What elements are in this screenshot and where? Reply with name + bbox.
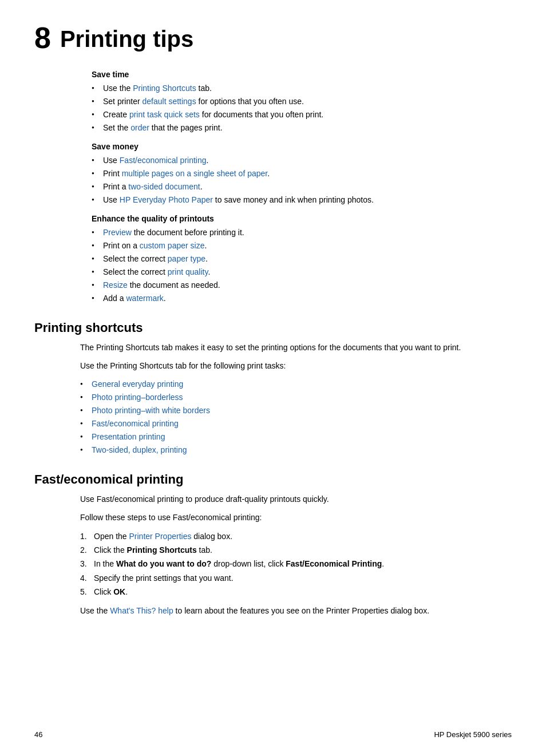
footer: 46 HP Deskjet 5900 series [34, 730, 512, 739]
printing-shortcuts-heading: Printing shortcuts [34, 320, 512, 335]
ok-bold: OK [113, 587, 125, 596]
enhance-quality-section: Enhance the quality of printouts Preview… [92, 214, 512, 304]
list-item: Preview the document before printing it. [92, 227, 512, 239]
custom-paper-size-link[interactable]: custom paper size [140, 241, 205, 250]
printing-shortcuts-bold: Printing Shortcuts [127, 545, 197, 555]
multiple-pages-link[interactable]: multiple pages on a single sheet of pape… [122, 169, 268, 178]
fast-economical-steps: Open the Printer Properties dialog box. … [80, 530, 512, 599]
list-item: Specify the print settings that you want… [80, 572, 512, 584]
two-sided-duplex-link[interactable]: Two-sided, duplex, printing [92, 445, 187, 454]
list-item: Click OK. [80, 585, 512, 598]
list-item: Open the Printer Properties dialog box. [80, 530, 512, 543]
preview-link[interactable]: Preview [103, 228, 132, 237]
save-time-list: Use the Printing Shortcuts tab. Set prin… [92, 82, 512, 134]
photo-printing-white-borders-link[interactable]: Photo printing–with white borders [92, 406, 210, 415]
two-sided-document-link[interactable]: two-sided document [128, 182, 200, 191]
list-item: Print on a custom paper size. [92, 240, 512, 252]
list-item: Use Fast/economical printing. [92, 155, 512, 167]
list-item: In the What do you want to do? drop-down… [80, 557, 512, 570]
product-name: HP Deskjet 5900 series [434, 730, 512, 739]
list-item: Two-sided, duplex, printing [80, 444, 512, 456]
fast-economical-para3: Use the What's This? help to learn about… [80, 604, 512, 617]
fast-economical-heading: Fast/economical printing [34, 472, 512, 487]
fast-economical-content: Use Fast/economical printing to produce … [80, 493, 512, 617]
list-item: Set printer default settings for options… [92, 96, 512, 108]
general-everyday-printing-link[interactable]: General everyday printing [92, 379, 183, 389]
order-link[interactable]: order [130, 123, 149, 132]
fast-economical-printing-link[interactable]: Fast/economical printing [92, 419, 179, 428]
save-time-heading: Save time [92, 70, 512, 79]
resize-link[interactable]: Resize [103, 280, 128, 290]
hp-everyday-photo-paper-link[interactable]: HP Everyday Photo Paper [120, 195, 213, 204]
printing-shortcuts-list: General everyday printing Photo printing… [80, 378, 512, 456]
list-item: Create print task quick sets for documen… [92, 109, 512, 121]
list-item: Select the correct print quality. [92, 266, 512, 278]
printer-properties-link[interactable]: Printer Properties [129, 532, 192, 541]
save-money-list: Use Fast/economical printing. Print mult… [92, 155, 512, 206]
list-item: Photo printing–borderless [80, 391, 512, 403]
presentation-printing-link[interactable]: Presentation printing [92, 432, 165, 441]
list-item: Use the Printing Shortcuts tab. [92, 82, 512, 94]
printing-shortcuts-link[interactable]: Printing Shortcuts [133, 84, 196, 93]
whats-this-help-link[interactable]: What's This? help [110, 606, 173, 615]
photo-printing-borderless-link[interactable]: Photo printing–borderless [92, 393, 183, 402]
enhance-quality-heading: Enhance the quality of printouts [92, 214, 512, 223]
list-item: Presentation printing [80, 431, 512, 443]
printing-shortcuts-content: The Printing Shortcuts tab makes it easy… [80, 341, 512, 456]
fast-economical-link[interactable]: Fast/economical printing [120, 156, 207, 165]
chapter-header: 8 Printing tips [34, 23, 512, 53]
fast-economical-para2: Follow these steps to use Fast/economica… [80, 511, 512, 524]
list-item: Print a two-sided document. [92, 181, 512, 193]
list-item: Set the order that the pages print. [92, 122, 512, 134]
paper-type-link[interactable]: paper type [168, 254, 205, 263]
list-item: Print multiple pages on a single sheet o… [92, 168, 512, 180]
what-do-you-want-bold: What do you want to do? [116, 559, 211, 568]
fast-economical-printing-bold: Fast/Economical Printing [286, 559, 382, 568]
list-item: Resize the document as needed. [92, 279, 512, 291]
print-task-quick-sets-link[interactable]: print task quick sets [129, 110, 200, 119]
enhance-quality-list: Preview the document before printing it.… [92, 227, 512, 304]
default-settings-link[interactable]: default settings [142, 97, 196, 106]
chapter-number: 8 [34, 23, 51, 53]
fast-economical-para1: Use Fast/economical printing to produce … [80, 493, 512, 505]
printing-shortcuts-para2: Use the Printing Shortcuts tab for the f… [80, 359, 512, 372]
list-item: Click the Printing Shortcuts tab. [80, 544, 512, 556]
list-item: Add a watermark. [92, 292, 512, 304]
list-item: Use HP Everyday Photo Paper to save mone… [92, 194, 512, 206]
watermark-link[interactable]: watermark [126, 294, 163, 303]
print-quality-link[interactable]: print quality [168, 267, 208, 276]
save-money-section: Save money Use Fast/economical printing.… [92, 142, 512, 206]
save-time-section: Save time Use the Printing Shortcuts tab… [92, 70, 512, 134]
printing-shortcuts-para1: The Printing Shortcuts tab makes it easy… [80, 341, 512, 354]
list-item: Photo printing–with white borders [80, 405, 512, 417]
list-item: General everyday printing [80, 378, 512, 390]
chapter-title: Printing tips [60, 23, 193, 52]
save-money-heading: Save money [92, 142, 512, 151]
list-item: Fast/economical printing [80, 418, 512, 430]
list-item: Select the correct paper type. [92, 253, 512, 265]
page-number: 46 [34, 730, 42, 739]
